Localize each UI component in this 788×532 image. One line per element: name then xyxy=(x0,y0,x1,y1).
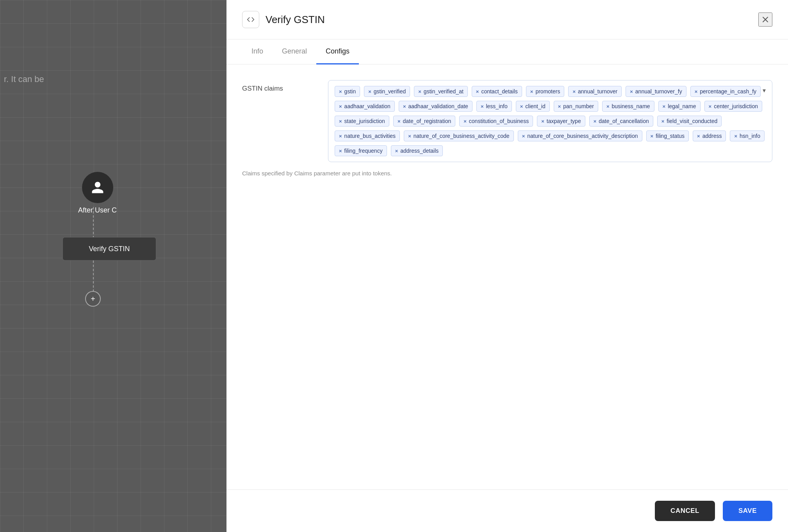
tag-remove-button[interactable]: × xyxy=(408,134,411,139)
canvas-user-node: After User C xyxy=(78,172,117,214)
list-item: ×annual_turnover_fy xyxy=(626,86,686,97)
list-item: ×contact_details xyxy=(472,86,522,97)
panel-title: Verify GSTIN xyxy=(266,14,325,26)
tag-remove-button[interactable]: × xyxy=(403,104,406,109)
save-button[interactable]: SAVE xyxy=(723,501,772,521)
tag-remove-button[interactable]: × xyxy=(697,134,700,139)
tag-remove-button[interactable]: × xyxy=(522,134,525,139)
panel-header: Verify GSTIN xyxy=(226,0,788,39)
list-item: ×annual_turnover xyxy=(568,86,622,97)
list-item: ×state_jurisdiction xyxy=(335,116,389,127)
tag-remove-button[interactable]: × xyxy=(395,148,398,154)
list-item: ×hsn_info xyxy=(730,130,765,141)
list-item: ×percentage_in_cash_fy xyxy=(690,86,761,97)
tag-remove-button[interactable]: × xyxy=(630,89,633,94)
canvas-text: r. It can be xyxy=(4,74,44,84)
list-item: ×address xyxy=(693,130,726,141)
canvas-add-button[interactable]: + xyxy=(85,291,101,307)
tag-remove-button[interactable]: × xyxy=(709,104,712,109)
tab-general[interactable]: General xyxy=(273,39,316,64)
tag-remove-button[interactable]: × xyxy=(572,89,576,94)
tag-remove-button[interactable]: × xyxy=(418,89,421,94)
tag-remove-button[interactable]: × xyxy=(339,134,342,139)
list-item: ×less_info xyxy=(476,101,512,112)
tag-remove-button[interactable]: × xyxy=(541,119,544,124)
user-avatar xyxy=(82,172,113,203)
tag-remove-button[interactable]: × xyxy=(398,119,401,124)
list-item: ×address_details xyxy=(391,145,443,156)
tag-remove-button[interactable]: × xyxy=(606,104,610,109)
tags-multiselect[interactable]: ×gstin×gstin_verified×gstin_verified_at×… xyxy=(328,80,772,162)
tag-remove-button[interactable]: × xyxy=(339,119,342,124)
canvas-connector-2 xyxy=(93,261,94,292)
tag-remove-button[interactable]: × xyxy=(476,89,479,94)
list-item: ×taxpayer_type xyxy=(537,116,585,127)
panel-footer: CANCEL SAVE xyxy=(226,489,788,532)
list-item: ×nature_of_core_business_activity_descri… xyxy=(518,130,642,141)
tag-remove-button[interactable]: × xyxy=(368,89,371,94)
list-item: ×date_of_cancellation xyxy=(589,116,653,127)
panel-header-left: Verify GSTIN xyxy=(242,11,325,28)
list-item: ×gstin_verified xyxy=(364,86,410,97)
code-icon-button[interactable] xyxy=(242,11,259,28)
close-icon xyxy=(761,15,770,24)
canvas-node-label: After User C xyxy=(78,206,117,214)
side-panel: Verify GSTIN Info General Configs GSTIN … xyxy=(226,0,788,532)
list-item: ×center_jurisdiction xyxy=(704,101,762,112)
tag-remove-button[interactable]: × xyxy=(695,89,698,94)
list-item: ×date_of_registration xyxy=(393,116,455,127)
list-item: ×business_name xyxy=(602,101,654,112)
gstin-claims-row: GSTIN claims ×gstin×gstin_verified×gstin… xyxy=(242,80,772,162)
tag-remove-button[interactable]: × xyxy=(464,119,467,124)
tag-remove-button[interactable]: × xyxy=(558,104,561,109)
tag-remove-button[interactable]: × xyxy=(481,104,484,109)
list-item: ×filing_status xyxy=(646,130,689,141)
code-icon xyxy=(247,16,255,23)
list-item: ×promoters xyxy=(526,86,565,97)
close-button[interactable] xyxy=(758,12,772,27)
tag-remove-button[interactable]: × xyxy=(530,89,533,94)
list-item: ×nature_of_core_business_activity_code xyxy=(404,130,514,141)
tag-remove-button[interactable]: × xyxy=(339,148,342,154)
tag-remove-button[interactable]: × xyxy=(520,104,523,109)
panel-content: GSTIN claims ×gstin×gstin_verified×gstin… xyxy=(226,64,788,489)
tag-remove-button[interactable]: × xyxy=(339,89,342,94)
list-item: ×gstin_verified_at xyxy=(414,86,468,97)
list-item: ×gstin xyxy=(335,86,360,97)
canvas-connector-1 xyxy=(93,207,94,238)
tab-configs[interactable]: Configs xyxy=(316,39,359,64)
list-item: ×nature_bus_activities xyxy=(335,130,400,141)
list-item: ×client_id xyxy=(516,101,550,112)
list-item: ×pan_number xyxy=(554,101,598,112)
canvas-verify-node[interactable]: Verify GSTIN xyxy=(62,237,156,261)
canvas-background: r. It can be After User C Verify GSTIN + xyxy=(0,0,226,532)
tag-remove-button[interactable]: × xyxy=(651,134,654,139)
tag-remove-button[interactable]: × xyxy=(594,119,597,124)
gstin-claims-label: GSTIN claims xyxy=(242,80,312,93)
cancel-button[interactable]: CANCEL xyxy=(655,501,715,521)
list-item: ×field_visit_conducted xyxy=(657,116,722,127)
list-item: ×filing_frequency xyxy=(335,145,387,156)
list-item: ×aadhaar_validation xyxy=(335,101,395,112)
user-icon xyxy=(91,180,105,195)
tag-remove-button[interactable]: × xyxy=(339,104,342,109)
dropdown-arrow-icon[interactable]: ▾ xyxy=(763,87,766,94)
list-item: ×aadhaar_validation_date xyxy=(399,101,472,112)
tag-remove-button[interactable]: × xyxy=(734,134,737,139)
hint-text: Claims specified by Claims parameter are… xyxy=(242,170,772,177)
list-item: ×legal_name xyxy=(658,101,701,112)
tab-info[interactable]: Info xyxy=(242,39,273,64)
tag-remove-button[interactable]: × xyxy=(663,104,666,109)
tag-remove-button[interactable]: × xyxy=(661,119,665,124)
tabs-bar: Info General Configs xyxy=(226,39,788,64)
list-item: ×constitution_of_business xyxy=(459,116,533,127)
